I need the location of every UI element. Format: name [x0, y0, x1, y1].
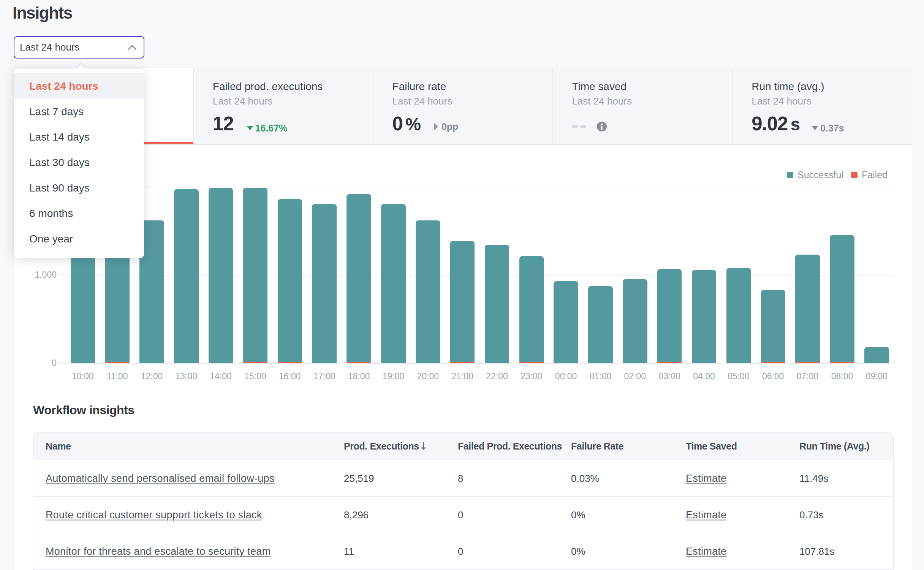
menu-item-last-24-hours[interactable]: Last 24 hours [14, 73, 144, 99]
menu-item-one-year[interactable]: One year [14, 226, 144, 252]
column-header-runtime[interactable]: Run Time (Avg.) [799, 441, 869, 452]
workflow-link[interactable]: Route critical customer support tickets … [46, 509, 262, 520]
summary-tabs: Failed prod. executionsLast 24 hours1216… [14, 68, 912, 145]
column-header-prod[interactable]: Prod. Executions↓ [344, 440, 427, 452]
summary-tab-title: Failure rate [392, 81, 545, 93]
info-icon[interactable] [597, 122, 607, 131]
insights-panel: Failed prod. executionsLast 24 hours1216… [14, 68, 912, 570]
bar-successful-segment [416, 220, 440, 363]
summary-tab-run-time-avg[interactable]: Run time (avg.)Last 24 hours9.02s0.37s [732, 68, 912, 144]
cell-name: Monitor for threats and escalate to secu… [46, 545, 271, 557]
column-header-failed[interactable]: Failed Prod. Executions [458, 441, 562, 452]
bar-successful-segment [864, 347, 889, 363]
bar-05:00[interactable] [726, 144, 751, 363]
summary-tab-value: 0 [392, 114, 403, 133]
bar-00:00[interactable] [554, 144, 578, 363]
menu-item-last-7-days[interactable]: Last 7 days [14, 99, 144, 124]
table-row: Automatically send personalised email fo… [33, 460, 893, 497]
summary-tab-delta: 0pp [434, 121, 458, 132]
bar-07:00[interactable] [795, 144, 820, 363]
delta-flat-icon [434, 123, 438, 130]
bar-19:00[interactable] [381, 144, 406, 363]
x-axis-label: 12:00 [133, 371, 171, 382]
estimate-link[interactable]: Estimate [686, 545, 726, 557]
bar-failed-segment [657, 362, 682, 363]
summary-tab-time-saved[interactable]: Time savedLast 24 hours [552, 68, 732, 144]
summary-tab-failed-prod-executions[interactable]: Failed prod. executionsLast 24 hours1216… [193, 68, 373, 144]
estimate-link[interactable]: Estimate [686, 509, 726, 520]
bar-successful-segment [554, 281, 578, 363]
x-axis-label: 22:00 [478, 371, 516, 382]
workflow-link[interactable]: Automatically send personalised email fo… [46, 472, 275, 484]
cell-saved: Estimate [686, 472, 726, 484]
workflow-link[interactable]: Monitor for threats and escalate to secu… [46, 545, 271, 557]
bar-17:00[interactable] [312, 144, 337, 363]
summary-tab-subtitle: Last 24 hours [752, 95, 904, 107]
bar-successful-segment [761, 290, 786, 362]
column-header-rate[interactable]: Failure Rate [571, 441, 623, 452]
summary-tab-delta: 0.37s [812, 123, 844, 134]
legend-swatch [787, 172, 793, 178]
bar-13:00[interactable] [174, 144, 199, 363]
bar-successful-segment [278, 199, 302, 362]
bar-20:00[interactable] [416, 144, 440, 363]
summary-tab-subtitle: Last 24 hours [572, 95, 725, 107]
bar-01:00[interactable] [588, 144, 613, 363]
cell-rate: 0% [571, 509, 585, 521]
time-range-select[interactable]: Last 24 hours [14, 36, 144, 59]
bar-successful-segment [450, 241, 475, 362]
cell-runtime: 107.81s [799, 545, 835, 557]
bar-failed-segment [278, 362, 302, 363]
column-header-name[interactable]: Name [46, 441, 71, 452]
menu-item-last-90-days[interactable]: Last 90 days [14, 175, 144, 201]
x-axis-label: 02:00 [616, 371, 654, 382]
time-range-menu: Last 24 hoursLast 7 daysLast 14 daysLast… [14, 69, 144, 258]
bar-14:00[interactable] [209, 144, 233, 363]
column-header-saved[interactable]: Time Saved [686, 441, 737, 452]
bar-successful-segment [105, 255, 130, 362]
bar-successful-segment [209, 188, 233, 363]
bar-06:00[interactable] [761, 144, 786, 363]
bar-09:00[interactable] [864, 144, 889, 363]
bar-22:00[interactable] [485, 144, 509, 363]
x-axis-label: 13:00 [167, 371, 205, 382]
cell-saved: Estimate [686, 545, 726, 557]
bar-08:00[interactable] [830, 144, 854, 363]
menu-item-last-14-days[interactable]: Last 14 days [14, 124, 144, 150]
no-data-dashes [572, 125, 586, 128]
estimate-link[interactable]: Estimate [686, 472, 726, 484]
bar-successful-segment [312, 204, 337, 363]
cell-saved: Estimate [686, 509, 726, 521]
x-axis-label: 15:00 [236, 371, 274, 382]
cell-prod: 11 [344, 545, 354, 557]
bar-21:00[interactable] [450, 144, 475, 363]
bar-failed-segment [519, 362, 544, 363]
x-axis-label: 07:00 [789, 371, 827, 382]
bar-16:00[interactable] [278, 144, 302, 363]
x-axis-label: 14:00 [202, 371, 240, 382]
menu-item-6-months[interactable]: 6 months [14, 201, 144, 226]
cell-name: Route critical customer support tickets … [46, 509, 262, 521]
bar-failed-segment [795, 362, 820, 363]
bar-23:00[interactable] [519, 144, 544, 363]
bar-15:00[interactable] [243, 144, 268, 363]
cell-prod: 8,296 [344, 509, 369, 521]
table-row: Route critical customer support tickets … [33, 497, 893, 533]
bar-successful-segment [519, 256, 544, 362]
summary-tab-delta-text: 16.67% [255, 123, 288, 134]
bar-successful-segment [485, 245, 509, 363]
cell-rate: 0.03% [571, 472, 599, 484]
x-axis-label: 05:00 [720, 371, 758, 382]
bar-03:00[interactable] [657, 144, 682, 363]
menu-caret-icon [76, 64, 85, 69]
menu-item-last-30-days[interactable]: Last 30 days [14, 150, 144, 175]
summary-tab-value: 12 [213, 114, 234, 133]
bar-18:00[interactable] [346, 144, 371, 363]
summary-tab-unit: % [405, 114, 421, 135]
workflow-insights-table: NameProd. Executions↓Failed Prod. Execut… [33, 432, 894, 570]
bar-02:00[interactable] [623, 144, 647, 363]
x-axis-label: 21:00 [443, 371, 481, 382]
bar-04:00[interactable] [692, 144, 717, 363]
summary-tab-failure-rate[interactable]: Failure rateLast 24 hours0%0pp [373, 68, 553, 144]
x-axis-label: 08:00 [823, 371, 861, 382]
